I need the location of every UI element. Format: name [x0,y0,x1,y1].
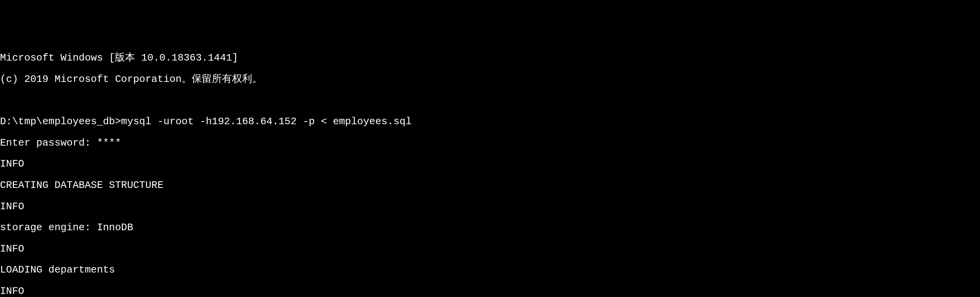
command-line-1: D:\tmp\employees_db>mysql -uroot -h192.1… [0,116,980,127]
windows-version-line: Microsoft Windows [版本 10.0.18363.1441] [0,53,980,63]
blank-line [0,96,980,106]
output-line: INFO [0,201,980,212]
password-prompt-line: Enter password: **** [0,138,980,148]
output-line: LOADING departments [0,265,980,275]
copyright-line: (c) 2019 Microsoft Corporation。保留所有权利。 [0,74,980,85]
output-line: INFO [0,286,980,297]
output-line: INFO [0,159,980,169]
terminal-window[interactable]: Microsoft Windows [版本 10.0.18363.1441] (… [0,42,980,297]
output-line: CREATING DATABASE STRUCTURE [0,180,980,191]
output-line: storage engine: InnoDB [0,222,980,233]
prompt-path: D:\tmp\employees_db> [0,116,121,127]
output-line: INFO [0,244,980,254]
command-text: mysql -uroot -h192.168.64.152 -p < emplo… [121,116,412,127]
